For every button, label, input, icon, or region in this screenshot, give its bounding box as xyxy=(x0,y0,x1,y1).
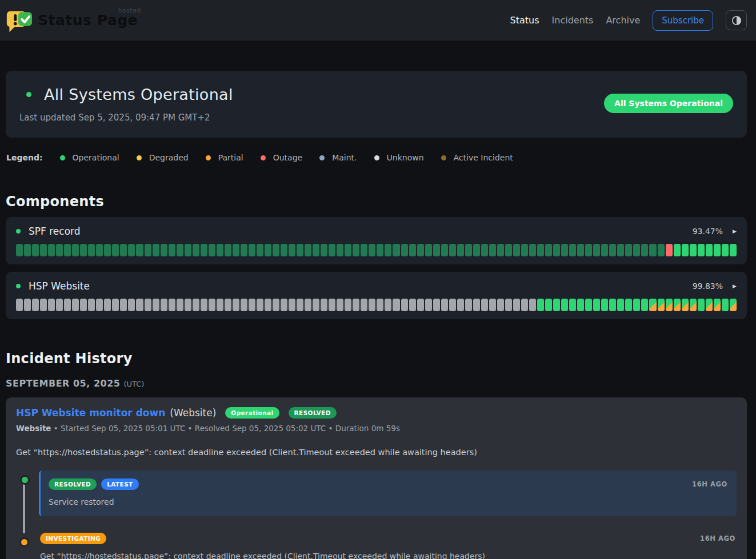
uptime-bar-muted[interactable] xyxy=(385,244,391,256)
uptime-bar-muted[interactable] xyxy=(16,244,23,256)
nav-item-archive[interactable]: Archive xyxy=(606,15,640,26)
uptime-bar-empty[interactable] xyxy=(489,299,496,311)
uptime-bar-empty[interactable] xyxy=(273,299,279,311)
uptime-bar-empty[interactable] xyxy=(473,299,480,311)
uptime-bar-muted[interactable] xyxy=(369,244,375,256)
uptime-bar-muted[interactable] xyxy=(545,244,552,256)
uptime-bar-muted[interactable] xyxy=(241,244,247,256)
component-header[interactable]: SPF record93.47%▶ xyxy=(16,226,737,237)
uptime-bar-muted[interactable] xyxy=(169,244,175,256)
uptime-bar-muted[interactable] xyxy=(136,244,143,256)
uptime-bar-muted[interactable] xyxy=(593,244,600,256)
uptime-bar-empty[interactable] xyxy=(72,299,79,311)
uptime-bar-muted[interactable] xyxy=(529,244,536,256)
uptime-bar-muted[interactable] xyxy=(465,244,472,256)
uptime-bar-empty[interactable] xyxy=(96,299,103,311)
uptime-bar-muted[interactable] xyxy=(201,244,207,256)
uptime-bar-muted[interactable] xyxy=(265,244,271,256)
uptime-bar-muted[interactable] xyxy=(297,244,303,256)
uptime-bar-empty[interactable] xyxy=(417,299,424,311)
uptime-bar-empty[interactable] xyxy=(337,299,343,311)
uptime-bar-muted[interactable] xyxy=(305,244,311,256)
uptime-bar-muted[interactable] xyxy=(577,244,584,256)
uptime-bar-muted[interactable] xyxy=(513,244,520,256)
uptime-bar-operational[interactable] xyxy=(617,299,624,311)
uptime-bar-empty[interactable] xyxy=(505,299,512,311)
uptime-bar-degraded[interactable] xyxy=(674,299,681,311)
uptime-bar-operational[interactable] xyxy=(601,299,608,311)
uptime-bar-empty[interactable] xyxy=(136,299,143,311)
uptime-bar-empty[interactable] xyxy=(241,299,247,311)
uptime-bar-muted[interactable] xyxy=(417,244,424,256)
uptime-bar-operational[interactable] xyxy=(593,299,600,311)
uptime-bar-muted[interactable] xyxy=(281,244,287,256)
uptime-bar-muted[interactable] xyxy=(161,244,167,256)
uptime-bar-empty[interactable] xyxy=(513,299,520,311)
uptime-bar-empty[interactable] xyxy=(321,299,327,311)
uptime-bar-operational[interactable] xyxy=(545,299,552,311)
uptime-bar-empty[interactable] xyxy=(24,299,31,311)
uptime-bar-empty[interactable] xyxy=(217,299,223,311)
uptime-bar-empty[interactable] xyxy=(409,299,416,311)
uptime-bar-muted[interactable] xyxy=(88,244,95,256)
uptime-bar-muted[interactable] xyxy=(72,244,79,256)
uptime-bar-muted[interactable] xyxy=(601,244,608,256)
uptime-bar-empty[interactable] xyxy=(120,299,127,311)
uptime-bar-muted[interactable] xyxy=(233,244,239,256)
uptime-bar-empty[interactable] xyxy=(361,299,367,311)
uptime-bar-empty[interactable] xyxy=(32,299,39,311)
uptime-bar-muted[interactable] xyxy=(361,244,367,256)
uptime-bar-operational[interactable] xyxy=(537,299,544,311)
uptime-bar-operational[interactable] xyxy=(674,244,681,256)
uptime-bar-empty[interactable] xyxy=(497,299,504,311)
logo[interactable]: hosted Status Page xyxy=(6,7,138,34)
uptime-bar-muted[interactable] xyxy=(193,244,199,256)
uptime-bar-muted[interactable] xyxy=(401,244,408,256)
uptime-bar-muted[interactable] xyxy=(257,244,263,256)
uptime-bar-outage[interactable] xyxy=(666,244,673,256)
uptime-bar-empty[interactable] xyxy=(353,299,359,311)
uptime-bar-empty[interactable] xyxy=(425,299,432,311)
uptime-bar-empty[interactable] xyxy=(257,299,263,311)
uptime-bar-operational[interactable] xyxy=(577,299,584,311)
uptime-bar-muted[interactable] xyxy=(553,244,560,256)
uptime-bar-operational[interactable] xyxy=(625,299,632,311)
uptime-bar-empty[interactable] xyxy=(281,299,287,311)
uptime-bar-empty[interactable] xyxy=(193,299,199,311)
uptime-bar-muted[interactable] xyxy=(313,244,319,256)
theme-toggle-button[interactable] xyxy=(726,10,747,30)
uptime-bar-muted[interactable] xyxy=(40,244,47,256)
uptime-bar-operational[interactable] xyxy=(633,299,640,311)
uptime-bar-muted[interactable] xyxy=(104,244,111,256)
uptime-bar-operational[interactable] xyxy=(698,299,705,311)
uptime-bar-degraded[interactable] xyxy=(666,299,673,311)
uptime-bar-muted[interactable] xyxy=(433,244,440,256)
uptime-bar-degraded[interactable] xyxy=(730,299,737,311)
uptime-bar-empty[interactable] xyxy=(369,299,375,311)
incident-title-link[interactable]: HSP Website monitor down xyxy=(16,407,165,419)
uptime-bar-muted[interactable] xyxy=(217,244,223,256)
uptime-bar-empty[interactable] xyxy=(385,299,391,311)
nav-item-status[interactable]: Status xyxy=(510,15,539,26)
uptime-bar-empty[interactable] xyxy=(377,299,383,311)
uptime-bar-operational[interactable] xyxy=(609,299,616,311)
uptime-bar-degraded[interactable] xyxy=(649,299,656,311)
uptime-bar-empty[interactable] xyxy=(481,299,488,311)
uptime-bar-muted[interactable] xyxy=(537,244,544,256)
uptime-bar-empty[interactable] xyxy=(153,299,159,311)
uptime-bar-empty[interactable] xyxy=(169,299,175,311)
expand-caret-icon[interactable]: ▶ xyxy=(733,228,737,234)
subscribe-button[interactable]: Subscribe xyxy=(653,10,713,31)
uptime-bar-operational[interactable] xyxy=(585,299,592,311)
uptime-bar-empty[interactable] xyxy=(88,299,95,311)
uptime-bar-muted[interactable] xyxy=(449,244,456,256)
uptime-bar-empty[interactable] xyxy=(177,299,183,311)
uptime-bar-muted[interactable] xyxy=(289,244,295,256)
uptime-bar-muted[interactable] xyxy=(353,244,359,256)
uptime-bar-muted[interactable] xyxy=(521,244,528,256)
uptime-bar-empty[interactable] xyxy=(305,299,311,311)
uptime-bar-operational[interactable] xyxy=(553,299,560,311)
uptime-bar-muted[interactable] xyxy=(80,244,87,256)
uptime-bar-empty[interactable] xyxy=(297,299,303,311)
uptime-bar-muted[interactable] xyxy=(128,244,135,256)
